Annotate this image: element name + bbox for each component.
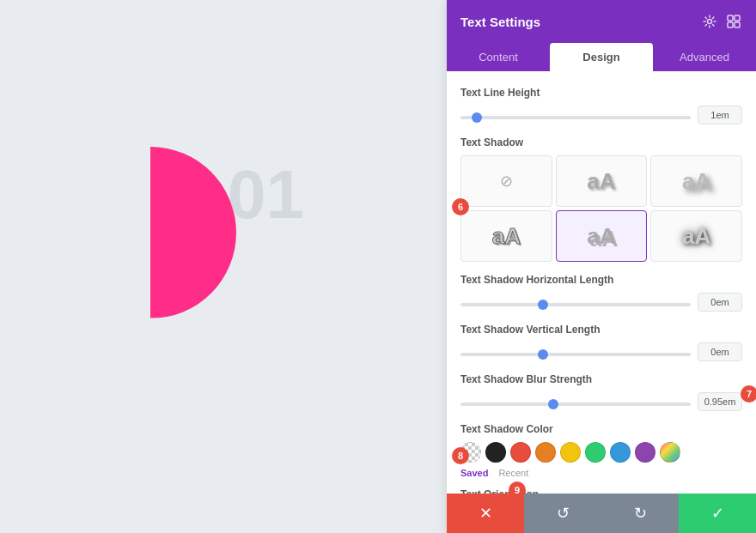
vertical-length-value: 0em bbox=[698, 342, 742, 361]
badge-9: 9 bbox=[509, 482, 526, 494]
tab-advanced[interactable]: Advanced bbox=[653, 43, 756, 71]
blur-strength-section: Text Shadow Blur Strength 0.95em 7 bbox=[460, 373, 742, 411]
svg-point-0 bbox=[708, 20, 712, 24]
shadow-text-5: aA bbox=[682, 223, 710, 250]
shadow-option-1[interactable]: aA bbox=[556, 155, 648, 207]
tab-design[interactable]: Design bbox=[550, 43, 653, 71]
expand-icon[interactable] bbox=[725, 13, 742, 30]
blur-strength-slider-wrap bbox=[460, 394, 691, 409]
color-swatch-green[interactable] bbox=[585, 442, 606, 463]
saved-label[interactable]: Saved bbox=[460, 468, 488, 478]
color-swatches bbox=[460, 442, 742, 463]
vertical-length-section: Text Shadow Vertical Length 0em bbox=[460, 324, 742, 361]
text-shadow-label: Text Shadow bbox=[460, 136, 742, 148]
canvas-number: 01 bbox=[228, 155, 304, 234]
shadow-color-section: Text Shadow Color 8 Saved Recent bbox=[460, 423, 742, 478]
shadow-text-3: aA bbox=[492, 223, 521, 250]
cancel-button[interactable]: ✕ bbox=[447, 494, 524, 533]
save-button[interactable]: ✓ bbox=[679, 494, 756, 533]
shadow-option-4[interactable]: aA bbox=[556, 210, 648, 262]
settings-icon[interactable] bbox=[701, 13, 718, 30]
panel-body: Text Line Height 1em Text Shadow 6 ⊘ bbox=[447, 71, 756, 494]
vertical-length-row: 0em bbox=[460, 342, 742, 361]
horizontal-length-section: Text Shadow Horizontal Length 0em bbox=[460, 274, 742, 312]
horizontal-length-row: 0em bbox=[460, 293, 742, 312]
badge-8: 8 bbox=[452, 447, 469, 464]
svg-rect-2 bbox=[735, 15, 740, 21]
blur-strength-row: 0.95em bbox=[460, 392, 742, 411]
shadow-text-2: aA bbox=[682, 168, 710, 195]
shadow-option-5[interactable]: aA bbox=[650, 210, 742, 262]
shadow-option-2[interactable]: aA bbox=[650, 155, 742, 207]
horizontal-length-value: 0em bbox=[698, 293, 742, 312]
text-line-height-slider[interactable] bbox=[460, 116, 691, 119]
horizontal-length-label: Text Shadow Horizontal Length bbox=[460, 274, 742, 286]
text-orientation-section: Text Orientation 9 bbox=[460, 488, 742, 494]
svg-rect-4 bbox=[735, 22, 740, 27]
canvas-area: 01 bbox=[0, 0, 421, 533]
text-line-height-value: 1em bbox=[698, 106, 742, 124]
svg-rect-3 bbox=[728, 22, 733, 27]
panel-title: Text Settings bbox=[460, 15, 540, 29]
panel-header: Text Settings bbox=[447, 0, 756, 43]
color-swatch-gradient[interactable] bbox=[660, 442, 680, 463]
blur-strength-label: Text Shadow Blur Strength bbox=[460, 373, 742, 385]
reset-button[interactable]: ↺ bbox=[524, 494, 601, 533]
shadow-option-none[interactable]: ⊘ bbox=[460, 155, 552, 207]
blur-strength-value: 0.95em bbox=[698, 392, 742, 411]
blur-strength-slider[interactable] bbox=[460, 403, 691, 406]
vertical-length-slider-wrap bbox=[460, 344, 691, 360]
tab-content[interactable]: Content bbox=[447, 43, 550, 71]
text-orientation-label: Text Orientation bbox=[460, 488, 742, 494]
color-label-row: Saved Recent bbox=[460, 468, 742, 478]
text-shadow-grid: 6 ⊘ aA aA aA aA bbox=[460, 155, 742, 262]
shadow-color-label: Text Shadow Color bbox=[460, 423, 742, 435]
recent-label[interactable]: Recent bbox=[498, 468, 528, 478]
settings-panel: Text Settings Content Design Advanced bbox=[447, 0, 756, 533]
text-line-height-slider-wrap bbox=[460, 107, 691, 123]
horizontal-length-slider[interactable] bbox=[460, 303, 691, 306]
text-line-height-section: Text Line Height 1em bbox=[460, 87, 742, 124]
color-swatch-yellow[interactable] bbox=[560, 442, 581, 463]
horizontal-length-slider-wrap bbox=[460, 294, 691, 310]
color-swatch-red[interactable] bbox=[510, 442, 531, 463]
shadow-option-3[interactable]: aA bbox=[460, 210, 552, 262]
color-swatch-purple[interactable] bbox=[635, 442, 655, 463]
shadow-text-1: aA bbox=[587, 168, 615, 195]
shadow-none-icon: ⊘ bbox=[500, 172, 513, 191]
pink-circle bbox=[64, 147, 236, 318]
panel-footer: ✕ ↺ ↻ ✓ bbox=[447, 494, 756, 533]
panel-tabs: Content Design Advanced bbox=[447, 43, 756, 71]
vertical-length-slider[interactable] bbox=[460, 353, 691, 356]
color-swatch-orange[interactable] bbox=[535, 442, 556, 463]
header-icons bbox=[701, 13, 742, 30]
color-swatch-black[interactable] bbox=[485, 442, 506, 463]
color-swatch-blue[interactable] bbox=[610, 442, 631, 463]
vertical-length-label: Text Shadow Vertical Length bbox=[460, 324, 742, 336]
badge-7: 7 bbox=[741, 385, 756, 403]
svg-rect-1 bbox=[728, 15, 733, 21]
redo-button[interactable]: ↻ bbox=[601, 494, 679, 533]
text-shadow-section: Text Shadow 6 ⊘ aA aA aA bbox=[460, 136, 742, 262]
text-line-height-label: Text Line Height bbox=[460, 87, 742, 99]
text-line-height-row: 1em bbox=[460, 106, 742, 124]
shadow-text-4: aA bbox=[587, 223, 615, 250]
badge-6: 6 bbox=[452, 198, 469, 215]
